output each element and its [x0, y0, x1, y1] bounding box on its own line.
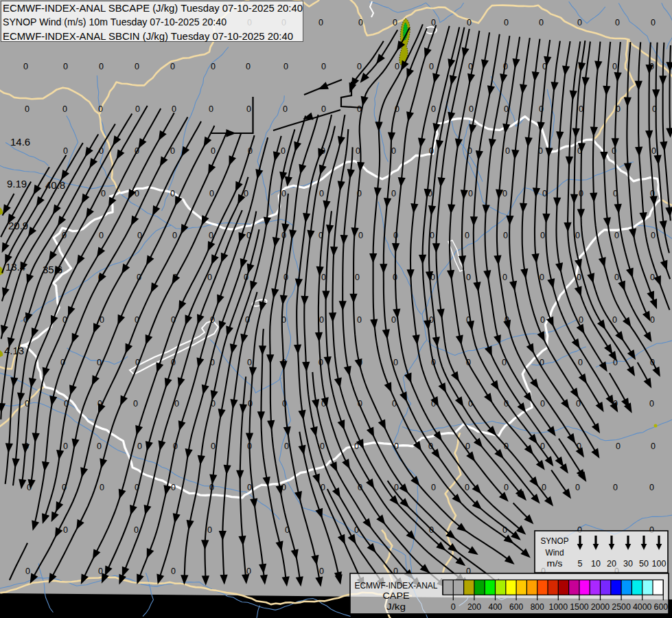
svg-text:0: 0 [357, 189, 362, 198]
svg-text:0: 0 [467, 18, 472, 27]
svg-text:0: 0 [283, 104, 288, 114]
svg-text:0: 0 [170, 146, 175, 156]
svg-text:0: 0 [246, 104, 251, 114]
svg-text:0: 0 [97, 358, 102, 367]
svg-text:0: 0 [171, 315, 176, 325]
svg-text:0: 0 [429, 62, 434, 71]
svg-text:0: 0 [357, 62, 362, 71]
svg-text:0: 0 [137, 231, 142, 240]
svg-text:0: 0 [429, 146, 434, 156]
svg-text:0: 0 [63, 62, 68, 71]
svg-text:0: 0 [171, 483, 176, 492]
svg-text:200: 200 [467, 602, 481, 612]
svg-text:0: 0 [321, 399, 326, 409]
svg-text:0: 0 [248, 399, 253, 409]
svg-text:0: 0 [468, 62, 473, 71]
svg-text:0: 0 [285, 525, 290, 535]
svg-text:0: 0 [577, 442, 581, 451]
svg-text:0: 0 [209, 231, 213, 240]
svg-text:0: 0 [207, 273, 212, 282]
svg-text:0: 0 [577, 18, 582, 27]
svg-text:0: 0 [650, 189, 655, 198]
svg-text:0: 0 [23, 315, 28, 325]
svg-text:0: 0 [393, 358, 398, 367]
svg-text:0: 0 [391, 146, 396, 156]
svg-text:0: 0 [24, 442, 29, 451]
svg-text:0: 0 [649, 483, 654, 492]
svg-text:0: 0 [211, 442, 216, 451]
svg-text:14.6: 14.6 [10, 136, 30, 148]
svg-text:0: 0 [612, 315, 617, 325]
svg-text:0: 0 [613, 189, 618, 198]
svg-text:4.13: 4.13 [4, 345, 24, 356]
svg-text:0: 0 [355, 273, 360, 282]
svg-text:0: 0 [616, 442, 621, 451]
svg-text:0: 0 [319, 566, 324, 576]
svg-text:0: 0 [318, 358, 323, 367]
svg-text:0: 0 [173, 442, 178, 451]
svg-text:5: 5 [578, 559, 583, 569]
svg-text:0: 0 [391, 315, 396, 325]
svg-text:0: 0 [466, 315, 471, 325]
svg-text:0: 0 [211, 399, 216, 409]
svg-text:0: 0 [170, 189, 175, 198]
svg-text:0: 0 [248, 146, 253, 156]
svg-text:0: 0 [321, 483, 325, 492]
svg-text:0: 0 [318, 18, 323, 27]
svg-text:SYNOP: SYNOP [541, 536, 569, 546]
svg-text:0: 0 [579, 315, 583, 325]
svg-text:0: 0 [502, 189, 507, 198]
svg-text:0: 0 [62, 231, 67, 240]
svg-text:0: 0 [466, 358, 471, 367]
svg-text:SYNOP Wind (m/s) 10m Tuesday 0: SYNOP Wind (m/s) 10m Tuesday 07-10-2025 … [3, 16, 227, 27]
svg-text:0: 0 [428, 442, 433, 451]
svg-text:0: 0 [577, 146, 582, 156]
svg-text:Wind: Wind [546, 548, 564, 558]
svg-text:ECMWF-INDEX-ANAL SBCIN (J/kg): ECMWF-INDEX-ANAL SBCIN (J/kg) Tuesday 07… [3, 30, 293, 42]
svg-text:0: 0 [579, 62, 583, 71]
svg-text:0: 0 [469, 104, 474, 114]
svg-text:0: 0 [428, 189, 432, 198]
svg-text:0: 0 [651, 231, 656, 240]
svg-text:0: 0 [613, 483, 618, 492]
svg-text:0: 0 [502, 273, 507, 282]
svg-text:0: 0 [542, 483, 546, 492]
svg-text:0: 0 [321, 273, 326, 282]
svg-text:0: 0 [613, 399, 618, 409]
svg-text:0: 0 [98, 104, 103, 114]
svg-text:0: 0 [211, 62, 216, 71]
svg-text:0: 0 [431, 483, 436, 492]
svg-text:0: 0 [391, 189, 396, 198]
svg-text:0: 0 [393, 231, 398, 240]
svg-text:0: 0 [579, 189, 583, 198]
svg-text:J/kg: J/kg [386, 602, 406, 612]
svg-text:0: 0 [468, 399, 473, 409]
svg-text:0: 0 [465, 442, 470, 451]
svg-text:0: 0 [209, 483, 214, 492]
svg-text:0: 0 [504, 399, 509, 409]
svg-text:0: 0 [429, 525, 434, 535]
svg-text:0: 0 [505, 315, 509, 325]
svg-text:0: 0 [538, 146, 543, 156]
svg-text:0: 0 [245, 315, 250, 325]
svg-text:0: 0 [354, 525, 359, 535]
svg-text:0: 0 [319, 315, 324, 325]
svg-text:0: 0 [577, 273, 581, 282]
svg-text:0: 0 [133, 399, 138, 409]
svg-text:0: 0 [64, 399, 69, 409]
svg-text:0: 0 [135, 104, 140, 114]
svg-text:0: 0 [282, 399, 287, 409]
svg-text:0: 0 [209, 104, 213, 114]
svg-text:0: 0 [23, 62, 28, 71]
svg-text:0: 0 [172, 104, 176, 114]
svg-text:0: 0 [246, 62, 251, 71]
svg-text:800: 800 [531, 602, 544, 612]
svg-text:0: 0 [429, 315, 434, 325]
svg-text:0: 0 [579, 104, 583, 114]
svg-text:0: 0 [358, 18, 363, 27]
svg-text:0: 0 [100, 315, 104, 325]
svg-text:0: 0 [502, 358, 507, 367]
svg-text:0: 0 [209, 189, 214, 198]
svg-text:20: 20 [607, 559, 616, 569]
svg-text:0: 0 [540, 315, 545, 325]
